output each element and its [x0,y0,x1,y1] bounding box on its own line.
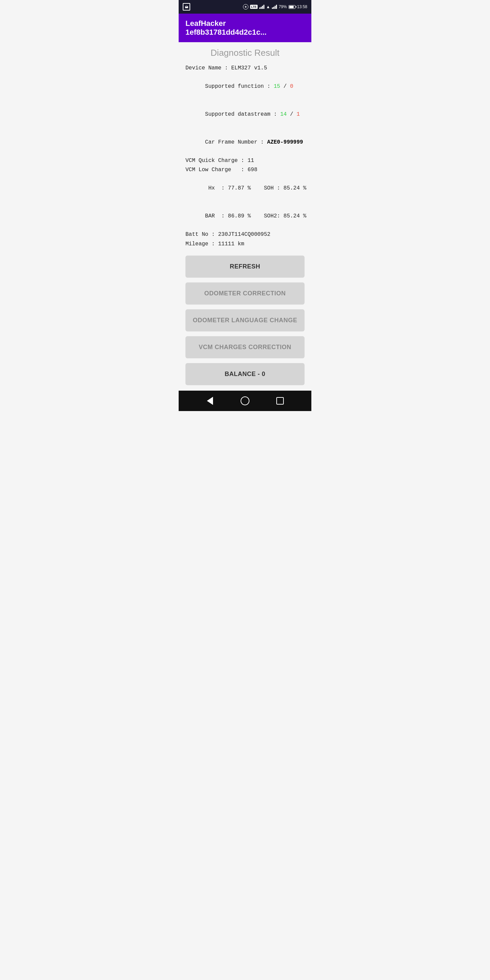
bar-value: BAR : 86.89 % [205,213,251,219]
signal-bars-2 [272,5,277,9]
nav-back-button[interactable] [204,395,216,407]
main-content: Diagnostic Result Device Name : ELM327 v… [179,42,311,391]
car-frame-value: AZE0-999999 [267,139,303,145]
battery-icon [288,5,295,9]
soh2-value: SOH2: 85.24 % [264,213,306,219]
refresh-button[interactable]: REFRESH [185,256,305,278]
buttons-section: REFRESH ODOMETER CORRECTION ODOMETER LAN… [185,256,305,385]
supported-function-value1: 15 [274,83,280,89]
status-right: ★ LTE ▲ 79% 13:58 [243,4,307,10]
supported-function-sep: / [280,83,290,89]
supported-datastream-value1: 14 [280,111,286,118]
back-icon [207,397,213,405]
nav-home-button[interactable] [239,395,251,407]
supported-datastream-label: Supported datastream : [205,111,280,118]
clock: 13:58 [297,5,307,9]
battery-percent: 79% [279,5,287,9]
supported-function-label: Supported function : [205,83,274,89]
odometer-correction-button[interactable]: ODOMETER CORRECTION [185,282,305,305]
soh-value: SOH : 85.24 % [264,185,306,191]
supported-datastream-line: Supported datastream : 14 / 1 [185,101,305,129]
bluetooth-icon: ★ [243,4,248,10]
vcm-quick-charge-line: VCM Quick Charge : 11 [185,156,305,165]
supported-function-value2: 0 [290,83,293,89]
info-section: Device Name : ELM327 v1.5 Supported func… [185,64,305,249]
odometer-language-change-button[interactable]: ODOMETER LANGUAGE CHANGE [185,309,305,331]
nav-recent-button[interactable] [274,395,286,407]
mileage-line: Mileage : 11111 km [185,240,305,249]
vcm-low-charge-line: VCM Low Charge : 698 [185,165,305,175]
home-icon [240,396,250,405]
signal-2-icon: ▲ [266,5,270,9]
bar-soh2-line: BAR : 86.89 % SOH2: 85.24 % [185,202,305,231]
supported-datastream-value2: 1 [296,111,300,118]
hx-soh-line: Hx : 77.87 % SOH : 85.24 % [185,175,305,202]
car-frame-line: Car Frame Number : AZE0-999999 [185,128,305,156]
image-icon [183,3,190,11]
status-left [183,3,190,11]
signal-bars [259,5,264,9]
app-title: LeafHacker 1ef8b31781dd4d2c1c... [185,19,305,37]
balance-button[interactable]: BALANCE - 0 [185,363,305,385]
status-bar: ★ LTE ▲ 79% 13:58 [179,0,311,14]
vcm-charges-correction-button[interactable]: VCM CHARGES CORRECTION [185,336,305,358]
lte-indicator: LTE [250,5,258,9]
batt-no-line: Batt No : 230JT114CQ000952 [185,230,305,239]
hx-value: Hx : 77.87 % [205,185,251,191]
bottom-nav [179,391,311,411]
supported-datastream-sep: / [287,111,297,118]
car-frame-label: Car Frame Number : [205,139,267,145]
supported-function-line: Supported function : 15 / 0 [185,73,305,101]
recent-icon [276,397,284,404]
app-header: LeafHacker 1ef8b31781dd4d2c1c... [179,14,311,42]
device-name-line: Device Name : ELM327 v1.5 [185,64,305,73]
diagnostic-title: Diagnostic Result [185,48,305,58]
